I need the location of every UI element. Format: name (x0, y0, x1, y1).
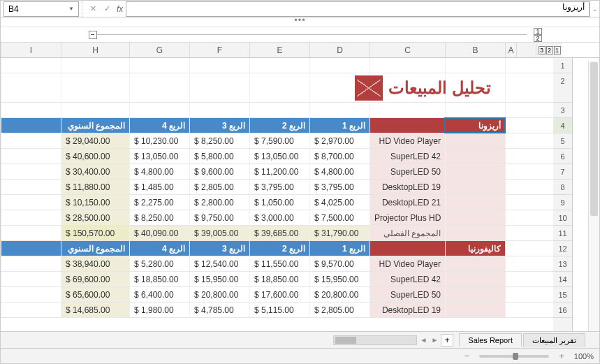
horizontal-scrollbar[interactable] (333, 335, 417, 345)
row-header[interactable]: 16 (553, 303, 572, 318)
cells-area[interactable]: تحليل المبيعات المجموع السنوي الربع 4 ال… (1, 58, 553, 333)
row-header[interactable]: 7 (553, 164, 572, 180)
col-header-A[interactable]: A (505, 43, 516, 57)
hdr-q3: الربع 3 (189, 118, 249, 133)
hdr-q2: الربع 2 (249, 118, 309, 133)
row-header[interactable]: 8 (553, 180, 572, 195)
tab-sales-report-ar[interactable]: تقرير المبيعات (523, 333, 585, 347)
hdr-q4: الربع 4 (129, 118, 189, 133)
column-outline-levels: 1 2 (534, 28, 542, 42)
col-level-2[interactable]: 2 (534, 35, 542, 42)
tab-nav-next-icon[interactable]: ► (430, 336, 439, 344)
row-12-state-header: المجموع السنوي الربع 4 الربع 3 الربع 2 ا… (1, 241, 553, 256)
row-2-title: تحليل المبيعات (1, 73, 553, 103)
col-header-B[interactable]: B (445, 43, 505, 57)
name-box[interactable]: B4 ▼ (3, 1, 79, 17)
subtotal-label: المجموع الفصلي (369, 226, 445, 240)
status-bar: − + 100% (1, 348, 599, 363)
row-header[interactable]: 13 (553, 256, 572, 272)
row-header[interactable]: 4 (553, 118, 572, 133)
row-level-3[interactable]: 3 (539, 46, 546, 54)
confirm-edit-icon[interactable]: ✓ (100, 4, 114, 13)
row-4-state-header: المجموع السنوي الربع 4 الربع 3 الربع 2 ا… (1, 118, 553, 133)
zoom-out-button[interactable]: − (462, 351, 473, 361)
formula-expand-icon[interactable]: ⌄ (590, 1, 599, 17)
col-header-C[interactable]: C (369, 43, 445, 57)
col-level-1[interactable]: 1 (534, 28, 542, 35)
cancel-edit-icon[interactable]: ✕ (86, 4, 100, 13)
col-header-I[interactable]: I (1, 43, 61, 57)
hdr-annual: المجموع السنوي (61, 118, 129, 133)
tab-nav-prev-icon[interactable]: ◄ (418, 336, 428, 344)
row-header[interactable]: 10 (553, 210, 572, 226)
grid-area: تحليل المبيعات المجموع السنوي الربع 4 ال… (1, 58, 599, 333)
row-level-2[interactable]: 2 (546, 46, 553, 54)
report-title: تحليل المبيعات (355, 71, 491, 105)
subtotal-row: $ 150,570.00$ 40,090.00$ 39,005.00$ 39,6… (1, 226, 553, 241)
col-header-E[interactable]: E (249, 43, 309, 57)
row-header[interactable]: 5 (553, 133, 572, 149)
row-header[interactable]: 14 (553, 272, 572, 287)
table-row: $ 30,400.00$ 4,800.00$ 9,600.00$ 11,200.… (1, 164, 553, 180)
column-outline-bar: − 1 2 (1, 27, 599, 43)
table-row: $ 29,040.00$ 10,230.00$ 8,250.00$ 7,590.… (1, 133, 553, 149)
table-row: $ 14,685.00$ 1,980.00$ 4,785.00$ 5,115.0… (1, 303, 553, 318)
col-header-D[interactable]: D (309, 43, 369, 57)
zoom-slider[interactable] (479, 355, 549, 358)
state-california: كاليفورنيا (445, 241, 505, 256)
table-row: $ 40,600.00$ 13,050.00$ 5,800.00$ 13,050… (1, 149, 553, 164)
row-header[interactable]: 9 (553, 195, 572, 210)
vertical-scrollbar[interactable] (588, 61, 599, 331)
row-header[interactable]: 12 (553, 241, 572, 256)
select-all-corner[interactable] (516, 43, 536, 57)
zoom-level[interactable]: 100% (574, 352, 594, 361)
row-3 (1, 103, 553, 118)
row-header[interactable]: 15 (553, 287, 572, 303)
scrollbar-thumb[interactable] (590, 62, 598, 216)
column-headers-row: I H G F E D C B A 3 2 1 (1, 43, 599, 58)
row-header[interactable]: 2 (553, 73, 572, 103)
name-box-dropdown-icon[interactable]: ▼ (68, 6, 74, 12)
state-hdr-spacer (369, 118, 445, 133)
col-header-F[interactable]: F (189, 43, 249, 57)
row-header[interactable]: 6 (553, 149, 572, 164)
title-text: تحليل المبيعات (388, 73, 491, 103)
sheet-tabs-bar: ◄ ► + Sales Report تقرير المبيعات (1, 331, 599, 348)
collapsed-ribbon-indicator[interactable]: ••• (1, 17, 599, 27)
outline-collapse-button[interactable]: − (89, 31, 97, 39)
table-row: $ 69,600.00$ 18,850.00$ 15,950.00$ 18,85… (1, 272, 553, 287)
tab-sales-report[interactable]: Sales Report (459, 333, 522, 347)
hdr-q1: الربع 1 (309, 118, 369, 133)
product-label: HD Video Player (369, 133, 445, 148)
row-header[interactable]: 1 (553, 58, 572, 73)
table-row: $ 65,600.00$ 6,400.00$ 20,800.00$ 17,600… (1, 287, 553, 303)
table-row: $ 10,150.00$ 2,275.00$ 2,800.00$ 1,050.0… (1, 195, 553, 210)
outline-line (97, 34, 527, 35)
col-header-H[interactable]: H (61, 43, 129, 57)
row-level-1[interactable]: 1 (554, 46, 561, 54)
zoom-in-button[interactable]: + (556, 351, 567, 361)
name-box-value: B4 (8, 4, 19, 14)
cell-B4-active[interactable]: أريزونا (445, 118, 505, 133)
col-header-G[interactable]: G (129, 43, 189, 57)
table-row: $ 38,940.00$ 5,280.00$ 12,540.00$ 11,550… (1, 256, 553, 272)
add-sheet-button[interactable]: + (441, 334, 453, 347)
row-numbers: 1 2 3 4 5 6 7 8 9 10 11 12 13 14 15 16 (553, 58, 573, 333)
table-row: $ 11,880.00$ 1,485.00$ 2,805.00$ 3,795.0… (1, 180, 553, 195)
formula-input[interactable]: أريزونا (126, 1, 590, 17)
chart-icon (355, 75, 383, 101)
fx-icon[interactable]: fx (114, 4, 126, 14)
table-row: $ 28,500.00$ 8,250.00$ 9,750.00$ 3,000.0… (1, 210, 553, 226)
row-outline-levels: 3 2 1 (536, 43, 562, 57)
row-header[interactable]: 3 (553, 103, 572, 118)
row-header[interactable]: 11 (553, 226, 572, 241)
